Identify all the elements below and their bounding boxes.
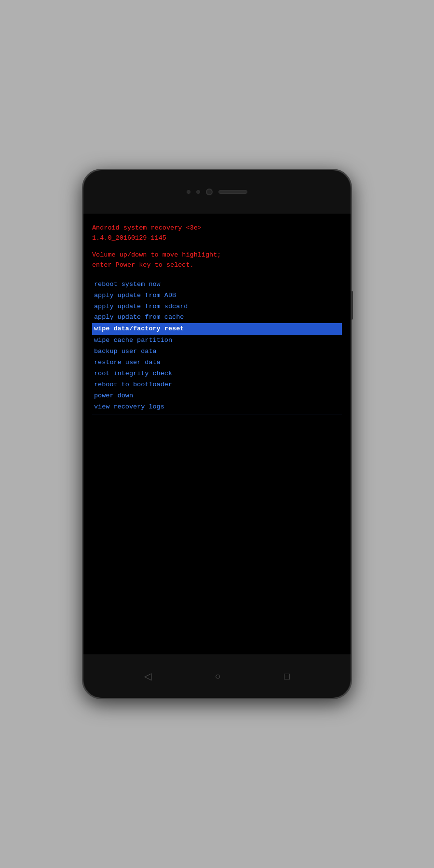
sensor-dot-2	[196, 190, 200, 194]
recovery-header: Android system recovery <3e> 1.4.0_20160…	[92, 223, 342, 244]
menu-item-apply-update-adb[interactable]: apply update from ADB	[92, 290, 342, 301]
menu-divider	[92, 415, 342, 415]
top-bezel	[83, 170, 351, 214]
menu-item-apply-update-cache[interactable]: apply update from cache	[92, 312, 342, 323]
phone-device: Android system recovery <3e> 1.4.0_20160…	[82, 169, 352, 699]
recovery-title-line1: Android system recovery <3e>	[92, 223, 342, 233]
menu-item-reboot-system-now[interactable]: reboot system now	[92, 279, 342, 290]
volume-button[interactable]	[351, 291, 353, 320]
back-button[interactable]: ◁	[144, 670, 151, 682]
home-button[interactable]: ○	[215, 671, 220, 682]
front-camera	[206, 189, 213, 195]
menu-item-backup-user-data[interactable]: backup user data	[92, 346, 342, 357]
recent-apps-button[interactable]: □	[284, 671, 290, 682]
menu-item-wipe-data-factory-reset[interactable]: wipe data/factory reset	[92, 323, 342, 335]
menu-item-root-integrity-check[interactable]: root integrity check	[92, 368, 342, 380]
screen-content: Android system recovery <3e> 1.4.0_20160…	[83, 214, 351, 420]
recovery-menu[interactable]: reboot system nowapply update from ADBap…	[92, 279, 342, 413]
phone-screen: Android system recovery <3e> 1.4.0_20160…	[83, 214, 351, 654]
menu-item-apply-update-sdcard[interactable]: apply update from sdcard	[92, 301, 342, 312]
menu-item-view-recovery-logs[interactable]: view recovery logs	[92, 402, 342, 413]
bottom-nav-bar: ◁ ○ □	[83, 654, 351, 698]
instruction-line2: enter Power key to select.	[92, 260, 342, 271]
instruction-line1: Volume up/down to move highlight;	[92, 250, 342, 260]
recovery-instructions: Volume up/down to move highlight; enter …	[92, 250, 342, 271]
menu-item-restore-user-data[interactable]: restore user data	[92, 357, 342, 368]
recovery-title-line2: 1.4.0_20160129-1145	[92, 233, 342, 244]
menu-item-wipe-cache-partition[interactable]: wipe cache partition	[92, 335, 342, 346]
menu-item-reboot-to-bootloader[interactable]: reboot to bootloader	[92, 380, 342, 391]
menu-item-power-down[interactable]: power down	[92, 391, 342, 402]
sensor-dot	[187, 190, 190, 194]
speaker-grille	[218, 190, 247, 194]
